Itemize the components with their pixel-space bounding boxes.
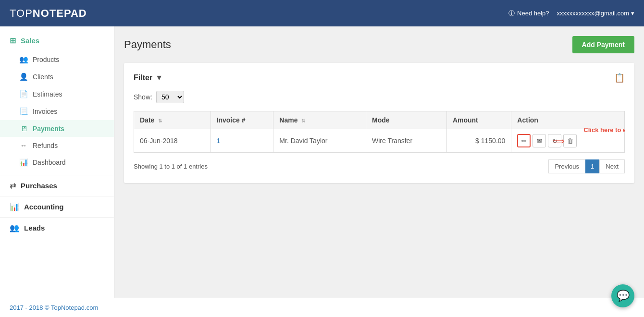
sidebar-item-label-products: Products <box>33 56 59 63</box>
page-title: Payments <box>124 38 171 51</box>
help-icon: ⓘ <box>508 9 515 18</box>
sales-icon: ⊞ <box>10 36 16 45</box>
sidebar-item-label-refunds: Refunds <box>33 142 58 149</box>
dashboard-icon: 📊 <box>19 158 28 167</box>
main-layout: ⊞ Sales 👥 Products 👤 Clients 📄 Estimates… <box>0 26 644 298</box>
sidebar-category-accounting[interactable]: 📊 Accounting <box>0 196 114 217</box>
app-logo: TopNotepad <box>10 7 87 20</box>
row-date: 06-Jun-2018 <box>140 137 178 145</box>
filter-title: Filter ▼ <box>134 73 163 82</box>
col-name-label: Name <box>279 116 297 124</box>
payments-icon: 🖥 <box>19 124 28 133</box>
sidebar-item-label-dashboard: Dashboard <box>33 158 66 166</box>
col-date[interactable]: Date ⇅ <box>134 111 211 129</box>
action-cell: ✏ ✉ ↻ 🗑 Click here to edit invoice payme… <box>517 134 619 147</box>
row-mode: Wire Transfer <box>372 137 412 145</box>
table-wrapper: Date ⇅ Invoice # Name ⇅ Mode <box>134 111 625 153</box>
page-footer: 2017 - 2018 © TopNotepad.com <box>0 298 644 317</box>
footer-copyright: 2017 - 2018 © TopNotepad.com <box>10 304 98 311</box>
chat-icon: 💬 <box>617 290 630 302</box>
col-name[interactable]: Name ⇅ <box>273 111 366 129</box>
col-date-label: Date <box>140 116 154 124</box>
show-label: Show: <box>134 93 152 101</box>
col-action: Action <box>511 111 625 129</box>
chat-bubble-button[interactable]: 💬 <box>611 284 634 307</box>
cell-amount: $ 1150.00 <box>446 129 511 153</box>
amount-value: 1150.00 <box>481 137 506 145</box>
need-help-link[interactable]: ⓘ Need help? <box>508 9 549 18</box>
col-mode-label: Mode <box>372 116 390 124</box>
add-payment-button[interactable]: Add Payment <box>572 36 634 53</box>
purchases-icon: ⇄ <box>10 181 16 190</box>
invoices-icon: 📃 <box>19 107 28 116</box>
sidebar-item-estimates[interactable]: 📄 Estimates <box>0 85 114 103</box>
amount-symbol: $ <box>475 137 479 145</box>
sidebar-category-leads[interactable]: 👥 Leads <box>0 217 114 238</box>
user-email-dropdown[interactable]: xxxxxxxxxxxx@gmail.com ▾ <box>557 10 634 17</box>
sidebar-item-products[interactable]: 👥 Products <box>0 51 114 68</box>
clients-icon: 👤 <box>19 73 28 81</box>
header-right: ⓘ Need help? xxxxxxxxxxxx@gmail.com ▾ <box>508 9 634 18</box>
col-amount-label: Amount <box>453 116 478 124</box>
next-button[interactable]: Next <box>599 159 625 173</box>
sidebar-item-label-estimates: Estimates <box>33 90 62 98</box>
col-amount: Amount <box>446 111 511 129</box>
refresh-payment-button[interactable]: ↻ <box>548 134 561 147</box>
cell-name: Mr. David Taylor <box>273 129 366 153</box>
edit-payment-button[interactable]: ✏ <box>517 134 531 147</box>
filter-label: Filter <box>134 73 152 82</box>
cell-date: 06-Jun-2018 <box>134 129 211 153</box>
col-invoice: Invoice # <box>211 111 273 129</box>
col-action-label: Action <box>517 116 538 124</box>
user-email-text: xxxxxxxxxxxx@gmail.com <box>557 10 629 17</box>
leads-icon: 👥 <box>10 223 19 232</box>
sidebar-category-purchases[interactable]: ⇄ Purchases <box>0 175 114 196</box>
main-content: Payments Add Payment Filter ▼ 📋 Show: 10… <box>114 26 644 298</box>
sidebar-sales-section: ⊞ Sales 👥 Products 👤 Clients 📄 Estimates… <box>0 26 114 175</box>
sidebar-item-dashboard[interactable]: 📊 Dashboard <box>0 154 114 171</box>
delete-payment-button[interactable]: 🗑 <box>563 134 577 147</box>
name-sort-icon: ⇅ <box>301 118 305 123</box>
logo-bottom: Notepad <box>33 7 87 19</box>
entries-info: Showing 1 to 1 of 1 entries <box>134 163 208 170</box>
sidebar: ⊞ Sales 👥 Products 👤 Clients 📄 Estimates… <box>0 26 114 298</box>
col-mode: Mode <box>366 111 447 129</box>
sidebar-item-refunds[interactable]: ↔ Refunds <box>0 137 114 154</box>
current-page: 1 <box>585 159 599 173</box>
sidebar-item-invoices[interactable]: 📃 Invoices <box>0 103 114 120</box>
products-icon: 👥 <box>19 55 28 64</box>
logo-top: Top <box>10 7 33 19</box>
filter-header: Filter ▼ 📋 <box>134 73 625 83</box>
app-header: TopNotepad ⓘ Need help? xxxxxxxxxxxx@gma… <box>0 0 644 26</box>
refunds-icon: ↔ <box>19 141 28 149</box>
sidebar-item-clients[interactable]: 👤 Clients <box>0 68 114 85</box>
sidebar-item-label-invoices: Invoices <box>33 108 57 115</box>
table-header-row: Date ⇅ Invoice # Name ⇅ Mode <box>134 111 625 129</box>
cell-action: ✏ ✉ ↻ 🗑 Click here to edit invoice payme… <box>511 129 625 153</box>
sidebar-sales-label: Sales <box>21 37 39 45</box>
estimates-icon: 📄 <box>19 90 28 98</box>
table-row: 06-Jun-2018 1 Mr. David Taylor Wire Tran… <box>134 129 625 153</box>
filter-icon: ▼ <box>155 73 163 82</box>
date-sort-icon: ⇅ <box>158 118 162 123</box>
cell-invoice: 1 <box>211 129 273 153</box>
invoice-link[interactable]: 1 <box>217 137 221 145</box>
sidebar-item-payments[interactable]: 🖥 Payments <box>0 120 114 137</box>
show-select[interactable]: 10 25 50 100 <box>156 91 184 103</box>
previous-button[interactable]: Previous <box>548 159 585 173</box>
payments-card: Filter ▼ 📋 Show: 10 25 50 100 <box>124 63 634 183</box>
sidebar-purchases-label: Purchases <box>21 182 57 190</box>
show-row: Show: 10 25 50 100 <box>134 91 625 103</box>
sidebar-category-sales[interactable]: ⊞ Sales <box>0 30 114 51</box>
table-footer: Showing 1 to 1 of 1 entries Previous 1 N… <box>134 159 625 173</box>
cell-mode: Wire Transfer <box>366 129 447 153</box>
sidebar-item-label-payments: Payments <box>33 125 64 133</box>
page-header: Payments Add Payment <box>124 36 634 53</box>
sidebar-accounting-label: Accounting <box>24 203 64 211</box>
sidebar-leads-label: Leads <box>24 224 45 232</box>
email-payment-button[interactable]: ✉ <box>533 134 546 147</box>
accounting-icon: 📊 <box>10 202 19 211</box>
sidebar-item-label-clients: Clients <box>33 73 53 81</box>
export-icon[interactable]: 📋 <box>614 73 625 83</box>
need-help-label: Need help? <box>517 10 549 17</box>
